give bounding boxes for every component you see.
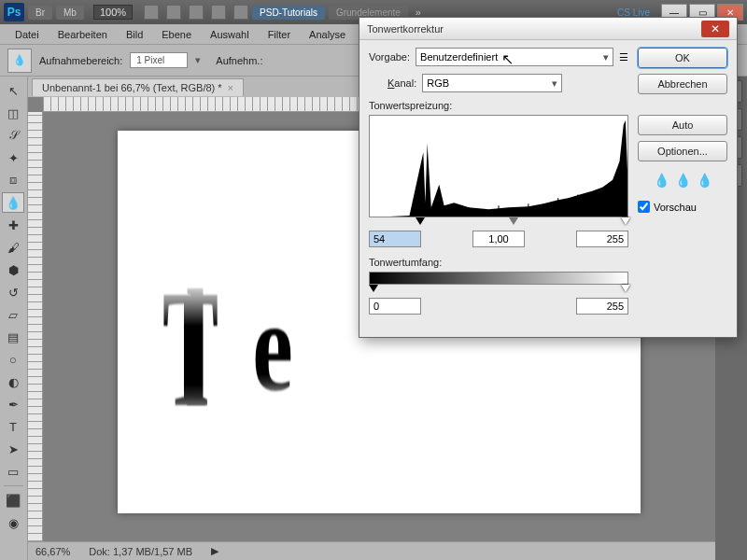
blur-tool[interactable]: ○ (2, 349, 24, 370)
shape-tool[interactable]: ▭ (2, 461, 24, 482)
screenmode-icon[interactable] (233, 5, 248, 20)
dialog-titlebar[interactable]: Tonwertkorrektur ✕ (359, 18, 737, 40)
view-icons (144, 5, 248, 20)
levels-dialog: Tonwertkorrektur ✕ Vorgabe: Benutzerdefi… (359, 17, 738, 338)
input-white-field[interactable] (576, 231, 628, 247)
white-point-slider[interactable] (621, 217, 630, 225)
gamma-slider[interactable] (509, 217, 518, 225)
preset-menu-icon[interactable]: ☰ (619, 51, 628, 63)
input-slider[interactable] (369, 219, 628, 227)
auto-button[interactable]: Auto (638, 115, 727, 135)
status-bar: 66,67% Dok: 1,37 MB/1,57 MB ▶ (28, 541, 715, 560)
eyedropper-group: 💧 💧 💧 (638, 173, 727, 188)
status-doc-size[interactable]: Dok: 1,37 MB/1,57 MB (89, 546, 192, 557)
dialog-title: Tonwertkorrektur (367, 23, 444, 35)
status-zoom[interactable]: 66,67% (35, 546, 70, 557)
brush-tool[interactable]: 🖌 (2, 237, 24, 258)
input-gamma-field[interactable] (472, 231, 525, 247)
output-white-field[interactable] (576, 298, 628, 315)
status-arrow-icon[interactable]: ▶ (211, 545, 218, 557)
preview-checkbox[interactable]: Vorschau (638, 201, 727, 213)
input-levels-label: Tonwertspreizung: (369, 100, 628, 111)
menu-analyse[interactable]: Analyse (302, 26, 353, 43)
move-tool[interactable]: ↖ (2, 80, 24, 101)
histogram (369, 115, 628, 217)
pen-tool[interactable]: ✒ (2, 394, 24, 414)
channel-select[interactable]: RGB (422, 74, 562, 92)
preset-label: Vorgabe: (369, 51, 410, 63)
sample-size-label: Aufnahmebereich: (39, 55, 122, 66)
preset-select[interactable]: Benutzerdefiniert (416, 48, 613, 66)
output-levels-label: Tonwertumfang: (369, 257, 628, 268)
zoom-icon[interactable] (166, 5, 181, 20)
rotate-icon[interactable] (189, 5, 204, 20)
document-tab[interactable]: Unbenannt-1 bei 66,7% (Text, RGB/8) *× (32, 78, 244, 96)
hand-icon[interactable] (144, 5, 159, 20)
gray-eyedropper-icon[interactable]: 💧 (675, 173, 691, 188)
arrange-icon[interactable] (211, 5, 226, 20)
dodge-tool[interactable]: ◐ (2, 371, 24, 392)
menu-auswahl[interactable]: Auswahl (203, 26, 257, 43)
channel-label: Kanal: (388, 77, 416, 89)
ruler-vertical[interactable] (28, 112, 43, 541)
gradient-tool[interactable]: ▤ (2, 327, 24, 347)
workspace-psd-tutorials[interactable]: PSD-Tutorials (252, 6, 325, 20)
marquee-tool[interactable]: ◫ (2, 103, 24, 123)
cancel-button[interactable]: Abbrechen (638, 74, 727, 94)
preview-label: Vorschau (654, 202, 697, 213)
zoom-field[interactable]: 100% (93, 5, 133, 20)
sample-size-select[interactable]: 1 Pixel (130, 52, 188, 68)
sample-label2: Aufnehm.: (216, 55, 262, 66)
stamp-tool[interactable]: ⬢ (2, 259, 24, 280)
menu-bild[interactable]: Bild (119, 26, 150, 43)
input-black-field[interactable] (369, 231, 421, 247)
preview-checkbox-input[interactable] (638, 201, 650, 213)
photoshop-logo: Ps (4, 3, 24, 21)
wand-tool[interactable]: ✦ (2, 147, 24, 168)
output-gradient (369, 272, 628, 285)
artwork-glyph: e (252, 271, 292, 421)
eyedropper-tool[interactable]: 💧 (2, 192, 24, 213)
dialog-close-button[interactable]: ✕ (701, 21, 729, 37)
3d-tool[interactable]: ⬛ (2, 490, 24, 511)
menu-datei[interactable]: Datei (7, 26, 47, 43)
options-button[interactable]: Optionen... (638, 141, 727, 161)
tool-preset-icon[interactable]: 💧 (7, 49, 32, 73)
black-eyedropper-icon[interactable]: 💧 (654, 173, 669, 188)
ok-button[interactable]: OK (638, 48, 727, 68)
artwork-glyph: l (186, 252, 209, 445)
output-black-field[interactable] (369, 298, 421, 315)
black-point-slider[interactable] (416, 217, 425, 225)
output-slider[interactable] (369, 287, 628, 294)
output-black-slider[interactable] (369, 285, 378, 292)
white-eyedropper-icon[interactable]: 💧 (697, 173, 712, 188)
toolbox: ↖ ◫ 𝒮 ✦ ⧈ 💧 ✚ 🖌 ⬢ ↺ ▱ ▤ ○ ◐ ✒ T ➤ ▭ ⬛ ◉ (0, 77, 28, 560)
camera-tool[interactable]: ◉ (2, 512, 24, 533)
output-white-slider[interactable] (621, 285, 630, 292)
cs-live-link[interactable]: CS Live (617, 7, 650, 18)
type-tool[interactable]: T (2, 416, 24, 437)
menu-ebene[interactable]: Ebene (154, 26, 199, 43)
history-brush-tool[interactable]: ↺ (2, 282, 24, 302)
menu-bearbeiten[interactable]: Bearbeiten (50, 26, 115, 43)
minibridge-tab[interactable]: Mb (56, 6, 84, 20)
bridge-tab[interactable]: Br (28, 6, 52, 20)
crop-tool[interactable]: ⧈ (2, 170, 24, 190)
lasso-tool[interactable]: 𝒮 (2, 125, 24, 146)
heal-tool[interactable]: ✚ (2, 215, 24, 235)
path-tool[interactable]: ➤ (2, 439, 24, 459)
close-tab-icon[interactable]: × (228, 82, 233, 93)
menu-filter[interactable]: Filter (261, 26, 298, 43)
eraser-tool[interactable]: ▱ (2, 304, 24, 325)
